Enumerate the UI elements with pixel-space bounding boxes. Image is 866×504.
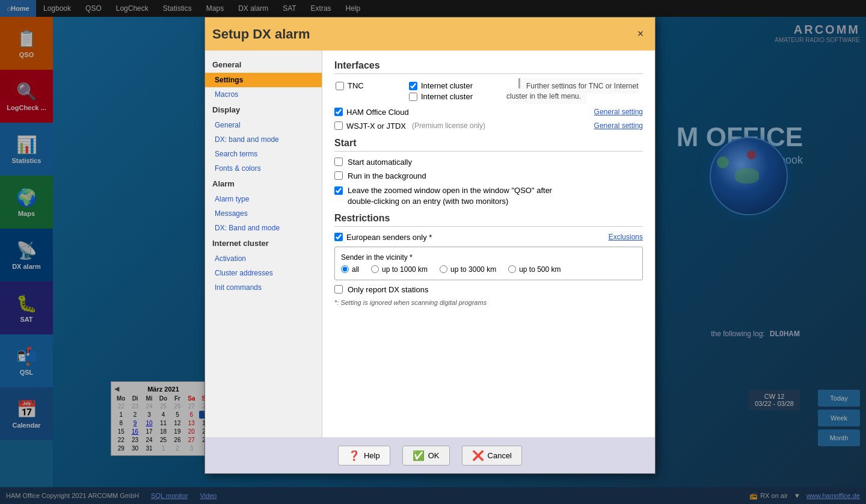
sender-vicinity-label: Sender in the vicinity * xyxy=(341,253,636,262)
radio-all-input[interactable] xyxy=(341,265,349,273)
wsjt-row: WSJT-X or JTDX (Premium license only) Ge… xyxy=(334,121,643,131)
only-report-dx-checkbox[interactable] xyxy=(334,285,343,293)
radio-1000km-input[interactable] xyxy=(371,265,379,273)
nav-display-general[interactable]: General xyxy=(205,118,322,132)
tnc-checkbox[interactable] xyxy=(336,82,344,90)
nav-fonts-colors[interactable]: Fonts & colors xyxy=(205,161,322,176)
radio-3000km-input[interactable] xyxy=(440,265,447,273)
internet-cluster2-checkbox[interactable] xyxy=(409,93,417,101)
modal-title: Setup DX alarm xyxy=(212,26,310,42)
nav-macros[interactable]: Macros xyxy=(205,87,322,102)
ham-cloud-general-setting-link[interactable]: General setting xyxy=(594,108,643,116)
ok-button[interactable]: ✅ OK xyxy=(402,446,450,466)
modal-titlebar: Setup DX alarm × xyxy=(205,17,655,51)
nav-cluster-addresses[interactable]: Cluster addresses xyxy=(205,266,322,280)
internet-cluster2-row: Internet cluster xyxy=(409,92,505,101)
modal-footer: ❓ Help ✅ OK ❌ Cancel xyxy=(205,437,655,473)
ham-office-cloud-row: HAM Office Cloud General setting xyxy=(334,108,643,117)
zoomed-window-row: Leave the zoomed window open in the wind… xyxy=(334,185,643,207)
cancel-icon: ❌ xyxy=(472,450,484,461)
modal-nav: General Settings Macros Display General … xyxy=(205,51,322,437)
ham-office-cloud-checkbox[interactable] xyxy=(334,108,343,116)
ok-icon: ✅ xyxy=(413,450,425,461)
restrictions-title: Restrictions xyxy=(334,213,643,227)
interfaces-table: TNC Internet cluster Further settings fo… xyxy=(334,80,643,103)
nav-init-commands[interactable]: Init commands xyxy=(205,280,322,295)
vicinity-radio-group: all up to 1000 km up to 3000 km up xyxy=(341,265,636,274)
further-settings-note: Further settings for TNC or Internet clu… xyxy=(506,78,639,104)
modal-body: General Settings Macros Display General … xyxy=(205,51,655,437)
help-icon: ❓ xyxy=(348,450,360,461)
european-senders-checkbox[interactable] xyxy=(334,233,343,241)
tnc-row: TNC xyxy=(336,81,408,90)
start-auto-row: Start automatically xyxy=(334,158,643,167)
radio-500km-input[interactable] xyxy=(508,265,516,273)
exclusions-link[interactable]: Exclusions xyxy=(609,233,643,241)
wsjt-general-setting-link[interactable]: General setting xyxy=(594,121,643,130)
cancel-button[interactable]: ❌ Cancel xyxy=(462,446,522,466)
sender-vicinity-box: Sender in the vicinity * all up to 1000 … xyxy=(334,247,643,280)
start-auto-checkbox[interactable] xyxy=(334,158,343,166)
premium-only-label: (Premium license only) xyxy=(412,121,485,130)
radio-1000km: up to 1000 km xyxy=(371,265,428,274)
zoomed-window-checkbox[interactable] xyxy=(334,186,343,195)
nav-messages[interactable]: Messages xyxy=(205,206,322,221)
run-background-checkbox[interactable] xyxy=(334,171,343,180)
nav-display-header: Display xyxy=(205,102,322,118)
internet-cluster1-checkbox[interactable] xyxy=(409,82,417,90)
wsjt-checkbox[interactable] xyxy=(334,121,343,130)
setup-dxalarm-dialog: Setup DX alarm × General Settings Macros… xyxy=(204,17,656,474)
radio-3000km: up to 3000 km xyxy=(440,265,496,274)
internet-cluster1-row: Internet cluster xyxy=(409,81,505,90)
nav-alarm-header: Alarm xyxy=(205,176,322,192)
nav-internet-cluster-header: Internet cluster xyxy=(205,235,322,251)
only-report-dx-row: Only report DX stations xyxy=(334,285,643,294)
interfaces-title: Interfaces xyxy=(334,60,643,74)
nav-activation[interactable]: Activation xyxy=(205,251,322,266)
help-button[interactable]: ❓ Help xyxy=(338,446,390,466)
nav-settings[interactable]: Settings xyxy=(205,73,322,87)
nav-general-header: General xyxy=(205,57,322,73)
nav-search-terms[interactable]: Search terms xyxy=(205,147,322,161)
nav-dx-band-mode[interactable]: DX: band and mode xyxy=(205,132,322,147)
modal-main-content: Interfaces TNC Internet cluste xyxy=(322,51,655,437)
run-background-row: Run in the background xyxy=(334,171,643,180)
modal-close-button[interactable]: × xyxy=(633,27,648,41)
nav-alarm-type[interactable]: Alarm type xyxy=(205,192,322,206)
radio-all: all xyxy=(341,265,359,274)
footnote-text: *: Setting is ignored when scanning digi… xyxy=(334,299,643,306)
european-senders-row: European senders only * Exclusions xyxy=(334,233,643,242)
radio-500km: up to 500 km xyxy=(508,265,560,274)
start-title: Start xyxy=(334,138,643,152)
nav-dx-band-mode2[interactable]: DX: Band and mode xyxy=(205,221,322,235)
modal-overlay: Setup DX alarm × General Settings Macros… xyxy=(0,0,866,504)
